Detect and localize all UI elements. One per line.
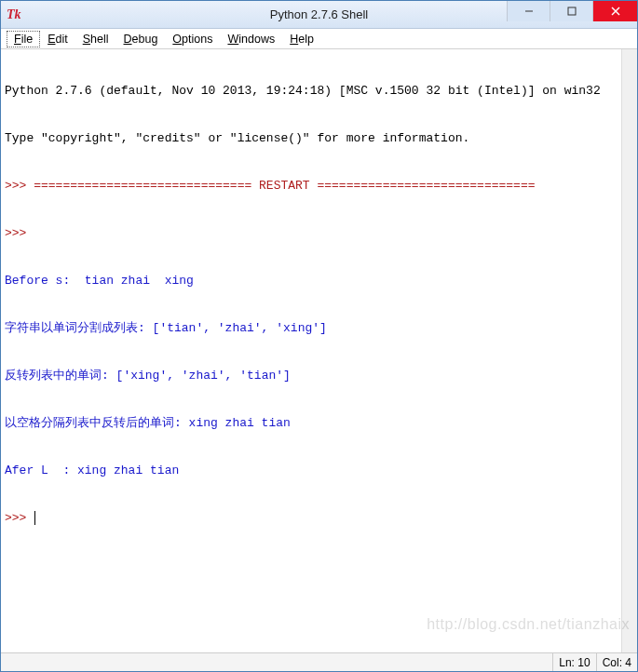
maximize-icon [567,7,577,16]
banner-line: Type "copyright", "credits" or "license(… [5,130,633,146]
window-controls [507,1,637,21]
close-icon [611,7,620,16]
watermark-text: http://blog.csdn.net/tianzhaix [427,616,630,632]
menu-help[interactable]: Help [282,31,321,47]
banner-line: Python 2.7.6 (default, Nov 10 2013, 19:2… [5,83,633,99]
status-line: Ln: 10 [552,653,595,671]
menu-windows[interactable]: Windows [220,31,282,47]
menu-file[interactable]: File [7,31,40,47]
minimize-icon [524,7,534,16]
app-icon: Tk [7,7,21,22]
prompt-current: >>> [5,510,633,526]
maximize-button[interactable] [550,1,592,21]
titlebar: Tk Python 2.7.6 Shell [1,1,637,29]
vertical-scrollbar[interactable] [621,49,637,652]
shell-content[interactable]: Python 2.7.6 (default, Nov 10 2013, 19:2… [1,49,637,652]
svg-rect-1 [568,7,576,15]
close-button[interactable] [592,1,637,21]
output-line: 反转列表中的单词: ['xing', 'zhai', 'tian'] [5,368,633,383]
menu-options[interactable]: Options [165,31,220,47]
output-line: 以空格分隔列表中反转后的单词: xing zhai tian [5,415,633,431]
output-line: Before s: tian zhai xing [5,273,633,289]
menubar: File Edit Shell Debug Options Windows He… [1,29,637,49]
output-line: Afer L : xing zhai tian [5,463,633,478]
prompt-line: >>> [5,225,633,241]
minimize-button[interactable] [507,1,550,21]
text-cursor [34,511,35,525]
menu-edit[interactable]: Edit [40,31,75,47]
menu-shell[interactable]: Shell [75,31,116,47]
menu-debug[interactable]: Debug [116,31,166,47]
statusbar: Ln: 10 Col: 4 [1,652,637,671]
output-line: 字符串以单词分割成列表: ['tian', 'zhai', 'xing'] [5,320,633,336]
restart-line: >>> ============================== RESTA… [5,178,633,194]
app-window: Tk Python 2.7.6 Shell File Edit Shell De… [0,0,638,672]
status-col: Col: 4 [596,653,637,671]
